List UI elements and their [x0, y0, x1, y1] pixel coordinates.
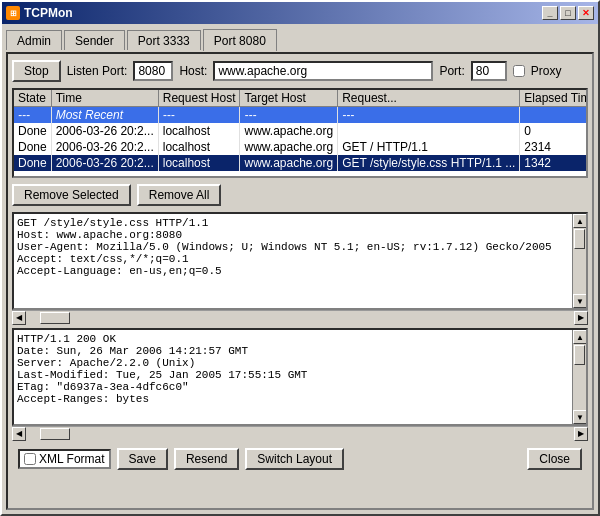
table-row-most-recent[interactable]: --- Most Recent --- --- ---	[14, 107, 588, 124]
window-controls: _ □ ✕	[542, 6, 594, 20]
xml-format-label: XML Format	[39, 452, 105, 466]
remove-buttons-bar: Remove Selected Remove All	[12, 182, 588, 208]
resend-button[interactable]: Resend	[174, 448, 239, 470]
request-hscroll-thumb[interactable]	[40, 312, 70, 324]
port-input[interactable]	[471, 61, 507, 81]
tab-port-3333[interactable]: Port 3333	[127, 30, 201, 50]
listen-port-input[interactable]	[133, 61, 173, 81]
col-elapsed: Elapsed Time	[520, 90, 588, 107]
col-time: Time	[51, 90, 158, 107]
request-section: GET /style/style.css HTTP/1.1 Host: www.…	[12, 212, 588, 324]
response-text: HTTP/1.1 200 OK Date: Sun, 26 Mar 2006 1…	[14, 330, 586, 408]
requests-table-inner: State Time Request Host Target Host Requ…	[14, 90, 588, 171]
request-scroll-thumb[interactable]	[574, 229, 585, 249]
request-text-area[interactable]: GET /style/style.css HTTP/1.1 Host: www.…	[12, 212, 588, 310]
col-target-host: Target Host	[240, 90, 338, 107]
tabs-bar: Admin Sender Port 3333 Port 8080	[6, 28, 594, 50]
table-row[interactable]: Done 2006-03-26 20:2... localhost www.ap…	[14, 139, 588, 155]
response-hscroll-right[interactable]: ▶	[574, 427, 588, 441]
response-hscroll-thumb[interactable]	[40, 428, 70, 440]
proxy-checkbox[interactable]	[513, 65, 525, 77]
save-button[interactable]: Save	[117, 448, 168, 470]
response-vscroll[interactable]: ▲ ▼	[572, 330, 586, 424]
bottom-bar: XML Format Save Resend Switch Layout Clo…	[12, 444, 588, 474]
app-icon: ⊞	[6, 6, 20, 20]
table-row[interactable]: Done 2006-03-26 20:2... localhost www.ap…	[14, 123, 588, 139]
request-hscroll-track[interactable]	[26, 312, 574, 324]
table-header-row: State Time Request Host Target Host Requ…	[14, 90, 588, 107]
request-scroll-down[interactable]: ▼	[573, 294, 587, 308]
main-window: ⊞ TCPMon _ □ ✕ Admin Sender Port 3333 Po…	[0, 0, 600, 516]
tab-admin[interactable]: Admin	[6, 30, 62, 50]
request-hscroll-left[interactable]: ◀	[12, 311, 26, 325]
xml-format-checkbox-wrapper[interactable]: XML Format	[18, 449, 111, 469]
request-hscroll[interactable]: ◀ ▶	[12, 310, 588, 324]
xml-format-checkbox[interactable]	[24, 453, 36, 465]
main-panel: Stop Listen Port: Host: Port: Proxy Stat…	[6, 52, 594, 510]
content-area: Admin Sender Port 3333 Port 8080 Stop Li…	[2, 24, 598, 514]
request-scroll-up[interactable]: ▲	[573, 214, 587, 228]
request-text: GET /style/style.css HTTP/1.1 Host: www.…	[14, 214, 586, 280]
switch-layout-button[interactable]: Switch Layout	[245, 448, 344, 470]
remove-selected-button[interactable]: Remove Selected	[12, 184, 131, 206]
close-button-bottom[interactable]: Close	[527, 448, 582, 470]
response-scroll-thumb[interactable]	[574, 345, 585, 365]
maximize-button[interactable]: □	[560, 6, 576, 20]
toolbar: Stop Listen Port: Host: Port: Proxy	[12, 58, 588, 84]
port-label: Port:	[439, 64, 464, 78]
title-bar: ⊞ TCPMon _ □ ✕	[2, 2, 598, 24]
tab-sender[interactable]: Sender	[64, 30, 125, 50]
request-hscroll-right[interactable]: ▶	[574, 311, 588, 325]
response-hscroll[interactable]: ◀ ▶	[12, 426, 588, 440]
response-scroll-up[interactable]: ▲	[573, 330, 587, 344]
col-request: Request...	[338, 90, 520, 107]
response-hscroll-left[interactable]: ◀	[12, 427, 26, 441]
most-recent-label: Most Recent	[51, 107, 158, 124]
close-button[interactable]: ✕	[578, 6, 594, 20]
col-state: State	[14, 90, 51, 107]
requests-table: State Time Request Host Target Host Requ…	[12, 88, 588, 178]
response-scroll-down[interactable]: ▼	[573, 410, 587, 424]
request-vscroll[interactable]: ▲ ▼	[572, 214, 586, 308]
response-text-area[interactable]: HTTP/1.1 200 OK Date: Sun, 26 Mar 2006 1…	[12, 328, 588, 426]
host-input[interactable]	[213, 61, 433, 81]
stop-button[interactable]: Stop	[12, 60, 61, 82]
listen-port-label: Listen Port:	[67, 64, 128, 78]
tab-port-8080[interactable]: Port 8080	[203, 29, 277, 51]
proxy-label: Proxy	[531, 64, 562, 78]
table-row-selected[interactable]: Done 2006-03-26 20:2... localhost www.ap…	[14, 155, 588, 171]
host-label: Host:	[179, 64, 207, 78]
response-hscroll-track[interactable]	[26, 428, 574, 440]
window-title: TCPMon	[24, 6, 73, 20]
remove-all-button[interactable]: Remove All	[137, 184, 222, 206]
response-section: HTTP/1.1 200 OK Date: Sun, 26 Mar 2006 1…	[12, 328, 588, 440]
minimize-button[interactable]: _	[542, 6, 558, 20]
col-request-host: Request Host	[158, 90, 240, 107]
